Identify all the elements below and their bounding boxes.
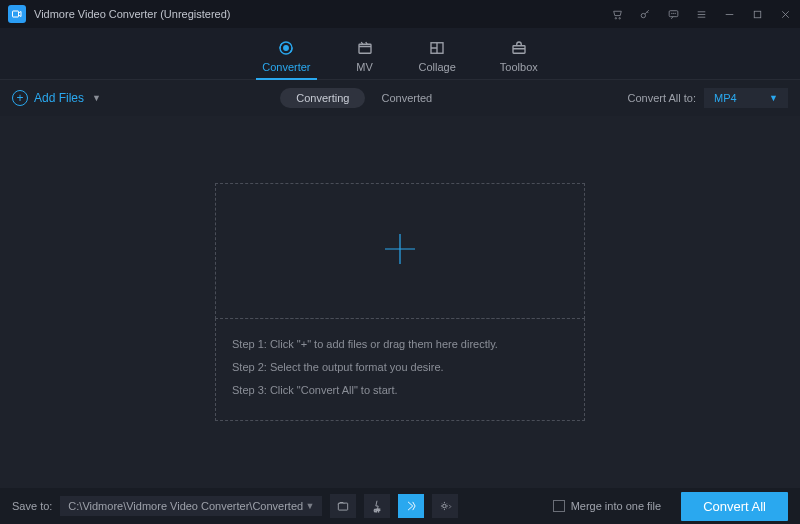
save-to-label: Save to: [12, 500, 52, 512]
svg-rect-13 [513, 46, 525, 54]
convert-all-to: Convert All to: MP4 ▼ [628, 88, 788, 108]
tab-mv[interactable]: MV [355, 39, 375, 79]
tab-toolbox[interactable]: Toolbox [500, 39, 538, 79]
toolbox-icon [509, 39, 529, 57]
step-2: Step 2: Select the output format you des… [232, 356, 568, 379]
svg-point-10 [284, 46, 289, 51]
svg-rect-14 [339, 503, 348, 510]
output-format-select[interactable]: MP4 ▼ [704, 88, 788, 108]
convert-all-button[interactable]: Convert All [681, 492, 788, 521]
tab-converter[interactable]: Converter [262, 39, 310, 79]
instruction-steps: Step 1: Click "+" to add files or drag t… [215, 318, 585, 421]
converter-icon [276, 39, 296, 57]
cart-icon[interactable] [610, 7, 624, 21]
conversion-status-tabs: Converting Converted [280, 88, 448, 108]
window-controls [610, 7, 792, 21]
svg-point-6 [673, 13, 674, 14]
convert-all-to-label: Convert All to: [628, 92, 696, 104]
chevron-down-icon: ▼ [92, 93, 101, 103]
step-3: Step 3: Click "Convert All" to start. [232, 379, 568, 402]
svg-point-2 [618, 17, 619, 18]
tab-label: Converter [262, 61, 310, 73]
settings-button[interactable] [432, 494, 458, 518]
high-speed-button[interactable] [398, 494, 424, 518]
main-content: Step 1: Click "+" to add files or drag t… [0, 116, 800, 488]
svg-rect-8 [754, 11, 761, 18]
svg-point-16 [443, 504, 447, 508]
svg-point-5 [671, 13, 672, 14]
app-logo [8, 5, 26, 23]
menu-icon[interactable] [694, 7, 708, 21]
tab-converting[interactable]: Converting [280, 88, 365, 108]
feedback-icon[interactable] [666, 7, 680, 21]
step-1: Step 1: Click "+" to add files or drag t… [232, 333, 568, 356]
merge-label: Merge into one file [571, 500, 662, 512]
chevron-down-icon: ▼ [769, 93, 778, 103]
svg-rect-0 [13, 11, 19, 17]
svg-point-3 [641, 13, 645, 17]
collage-icon [427, 39, 447, 57]
svg-point-7 [674, 13, 675, 14]
key-icon[interactable] [638, 7, 652, 21]
hardware-accel-button[interactable]: OFF [364, 494, 390, 518]
save-path-value: C:\Vidmore\Vidmore Video Converter\Conve… [68, 500, 303, 512]
plus-icon [382, 231, 418, 270]
title-bar: Vidmore Video Converter (Unregistered) [0, 0, 800, 28]
save-path-select[interactable]: C:\Vidmore\Vidmore Video Converter\Conve… [60, 496, 322, 516]
svg-text:OFF: OFF [374, 509, 380, 513]
checkbox-icon [553, 500, 565, 512]
tab-collage[interactable]: Collage [419, 39, 456, 79]
secondary-bar: + Add Files ▼ Converting Converted Conve… [0, 80, 800, 116]
tab-converted[interactable]: Converted [365, 88, 448, 108]
tab-label: MV [356, 61, 373, 73]
mv-icon [355, 39, 375, 57]
tab-label: Collage [419, 61, 456, 73]
add-files-label: Add Files [34, 91, 84, 105]
svg-point-1 [615, 17, 616, 18]
merge-checkbox[interactable]: Merge into one file [553, 500, 662, 512]
bottom-bar: Save to: C:\Vidmore\Vidmore Video Conver… [0, 488, 800, 524]
tab-label: Toolbox [500, 61, 538, 73]
format-value: MP4 [714, 92, 737, 104]
add-files-button[interactable]: + Add Files ▼ [12, 90, 101, 106]
main-tabs: Converter MV Collage Toolbox [0, 28, 800, 80]
add-files-dropzone[interactable] [215, 183, 585, 319]
app-title: Vidmore Video Converter (Unregistered) [34, 8, 610, 20]
chevron-down-icon: ▼ [305, 501, 314, 511]
plus-circle-icon: + [12, 90, 28, 106]
open-folder-button[interactable] [330, 494, 356, 518]
maximize-icon[interactable] [750, 7, 764, 21]
svg-rect-11 [359, 44, 371, 53]
minimize-icon[interactable] [722, 7, 736, 21]
close-icon[interactable] [778, 7, 792, 21]
